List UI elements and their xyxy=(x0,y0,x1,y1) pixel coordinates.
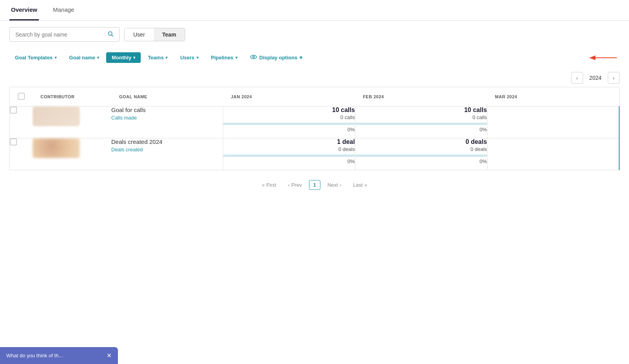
goal-name: Deals created 2024 xyxy=(111,138,223,145)
svg-point-3 xyxy=(252,56,254,58)
chevron-down-icon: ▾ xyxy=(235,55,237,60)
table-row: Goal for calls Calls made 10 calls 0 cal… xyxy=(10,107,620,138)
col-goal-name: GOAL NAME xyxy=(111,87,223,107)
double-chevron-right-icon: » xyxy=(364,182,367,188)
goals-table: CONTRIBUTOR GOAL NAME JAN 2024 FEB 2024 … xyxy=(9,87,620,170)
avatar xyxy=(33,107,80,126)
last-page-btn[interactable]: Last » xyxy=(348,180,372,190)
row-2-checkbox[interactable] xyxy=(10,138,17,145)
row-2-check[interactable] xyxy=(10,138,33,170)
table-row: Deals created 2024 Deals created 1 deal … xyxy=(10,138,620,170)
progress-bar-bg xyxy=(355,154,487,157)
col-check xyxy=(10,87,33,107)
chevron-left-icon: ‹ xyxy=(288,182,290,188)
pipelines-filter[interactable]: Pipelines ▾ xyxy=(206,52,243,63)
pagination: « First ‹ Prev 1 Next › Last » xyxy=(0,170,629,200)
year-label: 2024 xyxy=(585,73,606,83)
row-1-check[interactable] xyxy=(10,107,33,138)
current-page-btn[interactable]: 1 xyxy=(309,180,320,190)
row-1-checkbox[interactable] xyxy=(10,107,17,114)
user-toggle-btn[interactable]: User xyxy=(125,28,154,41)
goal-templates-filter[interactable]: Goal Templates ▾ xyxy=(9,52,62,63)
year-prev-btn[interactable]: ‹ xyxy=(571,72,583,84)
chevron-down-icon: ▾ xyxy=(97,55,99,60)
chevron-down-icon: ▾ xyxy=(166,55,167,60)
chevron-right-icon: › xyxy=(340,182,341,188)
metric-target: 1 deal xyxy=(223,138,355,145)
select-all-checkbox[interactable] xyxy=(18,93,25,100)
row-1-contributor xyxy=(33,107,111,138)
tab-overview[interactable]: Overview xyxy=(9,0,39,20)
col-jan2024: JAN 2024 xyxy=(223,87,355,107)
metric-actual: 0 calls xyxy=(355,114,487,120)
row-2-mar xyxy=(487,138,619,170)
chevron-down-icon: ▾ xyxy=(55,55,57,60)
metric-actual: 0 calls xyxy=(223,114,355,120)
metric-pct: 0% xyxy=(223,158,355,164)
chevron-down-icon: ▾ xyxy=(300,55,302,61)
svg-line-1 xyxy=(112,35,113,37)
search-icon xyxy=(107,31,114,38)
year-next-btn[interactable]: › xyxy=(608,72,620,84)
toolbar: User Team xyxy=(0,21,629,48)
eye-icon xyxy=(250,53,257,62)
col-mar2024: MAR 2024 xyxy=(487,87,619,107)
search-box[interactable] xyxy=(9,27,120,42)
row-1-jan: 10 calls 0 calls 0% xyxy=(223,107,355,138)
user-team-toggle: User Team xyxy=(124,28,185,41)
row-2-contributor xyxy=(33,138,111,170)
row-2-goal: Deals created 2024 Deals created xyxy=(111,138,223,170)
svg-point-0 xyxy=(109,32,112,35)
arrow-indicator xyxy=(588,51,620,64)
first-page-btn[interactable]: « First xyxy=(257,180,281,190)
data-table-wrapper: CONTRIBUTOR GOAL NAME JAN 2024 FEB 2024 … xyxy=(0,87,629,170)
goal-name: Goal for calls xyxy=(111,107,223,113)
search-input[interactable] xyxy=(15,31,104,38)
col-contributor: CONTRIBUTOR xyxy=(33,87,111,107)
row-2-feb: 0 deals 0 deals 0% xyxy=(355,138,487,170)
progress-bar-bg xyxy=(355,123,487,125)
next-page-btn[interactable]: Next › xyxy=(323,180,346,190)
display-options-btn[interactable]: Display options ▾ xyxy=(245,51,308,64)
avatar xyxy=(33,138,80,158)
col-feb2024: FEB 2024 xyxy=(355,87,487,107)
goal-type: Calls made xyxy=(111,115,223,121)
goal-name-filter[interactable]: Goal name ▾ xyxy=(64,52,105,63)
metric-actual: 0 deals xyxy=(355,146,487,152)
chevron-down-icon: ▾ xyxy=(197,55,199,60)
double-chevron-left-icon: « xyxy=(262,182,265,188)
metric-actual: 0 deals xyxy=(223,146,355,152)
row-1-feb: 10 calls 0 calls 0% xyxy=(355,107,487,138)
teams-filter[interactable]: Teams ▾ xyxy=(142,52,173,63)
metric-pct: 0% xyxy=(355,158,487,164)
users-filter[interactable]: Users ▾ xyxy=(175,52,204,63)
row-2-jan: 1 deal 0 deals 0% xyxy=(223,138,355,170)
metric-pct: 0% xyxy=(355,127,487,132)
prev-page-btn[interactable]: ‹ Prev xyxy=(283,180,307,190)
chevron-down-icon: ▾ xyxy=(133,55,135,60)
row-1-goal: Goal for calls Calls made xyxy=(111,107,223,138)
tabs-bar: Overview Manage xyxy=(0,0,629,21)
filter-bar: Goal Templates ▾ Goal name ▾ Monthly ▾ T… xyxy=(0,48,629,70)
progress-bar-bg xyxy=(223,123,355,125)
row-1-mar xyxy=(487,107,619,138)
metric-pct: 0% xyxy=(223,127,355,132)
team-toggle-btn[interactable]: Team xyxy=(154,28,185,41)
metric-target: 10 calls xyxy=(355,107,487,114)
metric-target: 10 calls xyxy=(223,107,355,114)
table-header-row: CONTRIBUTOR GOAL NAME JAN 2024 FEB 2024 … xyxy=(10,87,620,107)
progress-bar-bg xyxy=(223,154,355,157)
svg-point-2 xyxy=(250,55,256,59)
metric-target: 0 deals xyxy=(355,138,487,145)
year-nav: ‹ 2024 › xyxy=(0,70,629,87)
goal-type: Deals created xyxy=(111,147,223,153)
monthly-filter[interactable]: Monthly ▾ xyxy=(106,52,141,63)
tab-manage[interactable]: Manage xyxy=(51,0,76,20)
